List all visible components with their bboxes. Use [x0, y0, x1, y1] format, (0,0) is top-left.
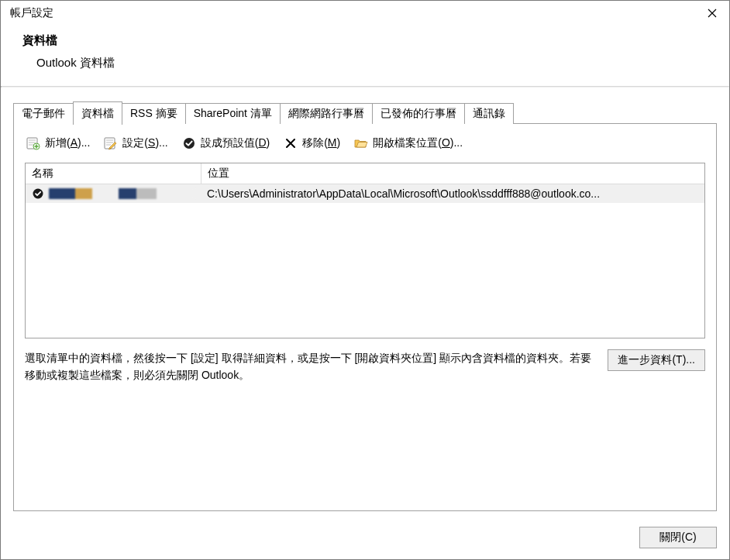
titlebar: 帳戶設定	[1, 1, 729, 26]
column-header-location[interactable]: 位置	[201, 163, 704, 184]
table-row[interactable]: C:\Users\Administrator\AppData\Local\Mic…	[26, 184, 704, 203]
redacted-name	[49, 188, 195, 199]
cell-location: C:\Users\Administrator\AppData\Local\Mic…	[201, 186, 704, 201]
add-button[interactable]: 新增(A)...	[25, 135, 91, 152]
tabs: 電子郵件 資料檔 RSS 摘要 SharePoint 清單 網際網路行事曆 已發…	[13, 101, 717, 124]
more-info-button[interactable]: 進一步資料(T)...	[608, 349, 705, 371]
default-check-icon	[32, 187, 44, 200]
help-row: 選取清單中的資料檔，然後按一下 [設定] 取得詳細資料，或是按一下 [開啟資料夾…	[25, 349, 705, 384]
tab-sharepoint[interactable]: SharePoint 清單	[185, 103, 281, 124]
help-text: 選取清單中的資料檔，然後按一下 [設定] 取得詳細資料，或是按一下 [開啟資料夾…	[25, 349, 592, 384]
tab-internet-cal[interactable]: 網際網路行事曆	[280, 103, 373, 124]
column-header-name[interactable]: 名稱	[26, 163, 201, 184]
tab-panel-data-files: 新增(A)... 設定(S)...	[13, 123, 717, 511]
svg-point-3	[184, 138, 195, 149]
check-circle-icon	[182, 136, 196, 150]
add-icon	[26, 136, 40, 150]
folder-open-icon	[354, 136, 368, 150]
cell-name	[26, 186, 201, 201]
open-location-button[interactable]: 開啟檔案位置(O)...	[353, 135, 464, 152]
window-title: 帳戶設定	[10, 6, 694, 20]
remove-icon	[284, 136, 298, 150]
dialog-body: 電子郵件 資料檔 RSS 摘要 SharePoint 清單 網際網路行事曆 已發…	[1, 88, 729, 519]
account-settings-dialog: 帳戶設定 資料檔 Outlook 資料檔 電子郵件 資料檔 RSS 摘要 Sha…	[0, 0, 730, 560]
tab-data-files[interactable]: 資料檔	[73, 101, 122, 125]
close-button[interactable]: 關閉(C)	[639, 527, 717, 548]
tab-published-cal[interactable]: 已發佈的行事曆	[372, 103, 465, 124]
tab-email[interactable]: 電子郵件	[13, 103, 74, 124]
set-default-button[interactable]: 設成預設值(D)	[181, 135, 271, 152]
dialog-footer: 關閉(C)	[1, 519, 729, 559]
toolbar: 新增(A)... 設定(S)...	[25, 135, 705, 152]
svg-rect-2	[105, 138, 115, 149]
header-title: 資料檔	[22, 33, 708, 48]
list-header: 名稱 位置	[26, 163, 704, 184]
tab-rss[interactable]: RSS 摘要	[122, 103, 186, 124]
settings-icon	[104, 136, 118, 150]
dialog-header: 資料檔 Outlook 資料檔	[1, 26, 729, 86]
header-subtitle: Outlook 資料檔	[22, 56, 708, 70]
list-body: C:\Users\Administrator\AppData\Local\Mic…	[26, 184, 704, 338]
remove-button[interactable]: 移除(M)	[282, 135, 342, 152]
data-files-list[interactable]: 名稱 位置	[25, 163, 705, 338]
tab-address-book[interactable]: 通訊錄	[464, 103, 514, 124]
settings-button[interactable]: 設定(S)...	[102, 135, 169, 152]
close-icon[interactable]	[694, 2, 729, 25]
